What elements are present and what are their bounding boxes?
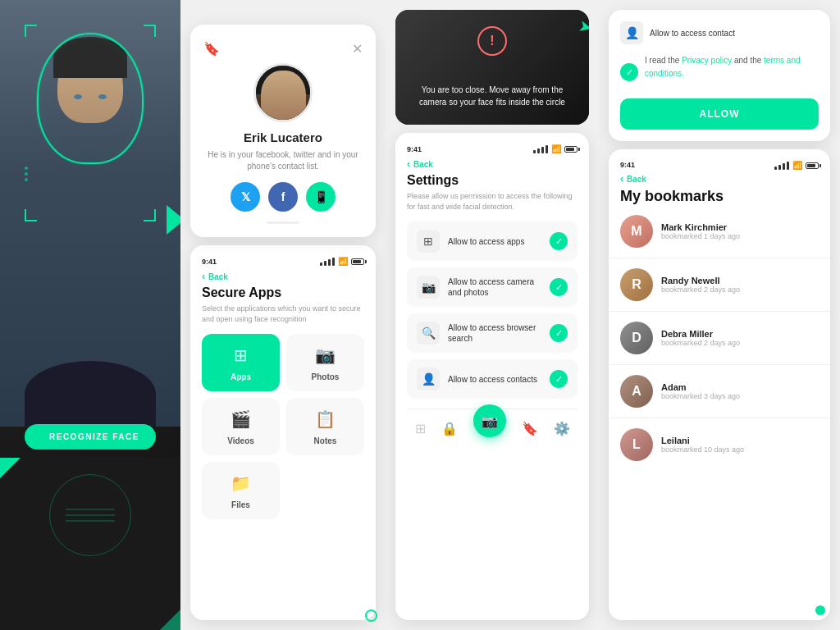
warning-icon: ! xyxy=(477,26,507,56)
nav-camera-active[interactable]: 📷 xyxy=(473,404,506,437)
bookmark-time-3: bookmarked 2 days ago xyxy=(661,339,819,347)
settings-panel: ! You are too close. Move away from the … xyxy=(386,0,599,630)
browser-permission-icon: 🔍 xyxy=(417,322,440,345)
contacts-permission-icon: 👤 xyxy=(417,368,440,390)
bookmark-name-3: Debra Miller xyxy=(661,329,819,339)
bookmarks-list: M Mark Kirchmier bookmarked 1 days ago R… xyxy=(620,215,819,461)
files-label: Files xyxy=(231,500,250,509)
bookmark-icon[interactable]: 🔖 xyxy=(203,41,220,57)
bookmark-name-4: Adam xyxy=(661,382,819,392)
bookmark-name-1: Mark Kirchmier xyxy=(661,222,819,232)
bookmarks-time: 9:41 xyxy=(620,161,635,170)
app-item-apps[interactable]: ⊞ Apps xyxy=(202,334,280,391)
profile-card: 🔖 ✕ Erik Lucatero He is in your facebook… xyxy=(190,25,376,237)
nav-settings[interactable]: ⚙️ xyxy=(554,421,570,436)
permissions-list: ⊞ Allow to access apps ✓ 📷 Allow to acce… xyxy=(407,221,578,399)
app-item-videos[interactable]: 🎬 Videos xyxy=(202,398,280,455)
scroll-indicator xyxy=(267,221,299,224)
camera-warning-text: You are too close. Move away from the ca… xyxy=(395,84,589,108)
contacts-check-icon: ✓ xyxy=(550,370,568,388)
settings-time: 9:41 xyxy=(407,145,422,153)
bookmarks-title: My bookmarks xyxy=(620,188,819,205)
apps-check-icon: ✓ xyxy=(550,232,568,250)
close-icon[interactable]: ✕ xyxy=(352,41,363,57)
contacts-permission-label: Allow to access contacts xyxy=(448,374,541,385)
nav-bookmark[interactable]: 🔖 xyxy=(522,421,538,436)
avatar xyxy=(253,63,313,122)
bookmarks-back-icon: ‹ xyxy=(620,173,623,185)
privacy-check-icon: ✓ xyxy=(620,63,638,81)
permission-contacts[interactable]: 👤 Allow to access contacts ✓ xyxy=(407,359,578,399)
bookmark-avatar-2: R xyxy=(620,268,653,301)
allow-card: 👤 Allow to access contact ✓ I read the P… xyxy=(609,10,830,141)
bookmarks-panel: 👤 Allow to access contact ✓ I read the P… xyxy=(599,0,840,630)
bookmark-avatar-5: L xyxy=(620,428,653,461)
facebook-button[interactable]: f xyxy=(268,182,298,212)
apps-permission-icon: ⊞ xyxy=(417,230,440,253)
nav-lock[interactable]: 🔒 xyxy=(441,421,458,436)
app-item-files[interactable]: 📁 Files xyxy=(202,462,280,519)
status-time: 9:41 xyxy=(202,258,217,266)
notes-label: Notes xyxy=(314,436,337,445)
bookmarks-back-button[interactable]: ‹ Back xyxy=(620,173,819,185)
apps-label: Apps xyxy=(231,372,251,381)
apps-grid-icon: ⊞ xyxy=(210,345,272,365)
secure-apps-subtitle: Select the applications which you want t… xyxy=(202,304,364,324)
browser-permission-label: Allow to access browser search xyxy=(448,322,541,344)
recognize-face-button[interactable]: RECOGNIZE FACE xyxy=(25,424,156,450)
allow-contact-label: Allow to access contact xyxy=(650,29,819,38)
bookmark-name-2: Randy Newell xyxy=(661,276,819,285)
photos-label: Photos xyxy=(312,372,340,381)
green-dot-decoration xyxy=(365,609,377,622)
settings-title: Settings xyxy=(407,173,578,188)
permission-camera[interactable]: 📷 Allow to access camera and photos ✓ xyxy=(407,267,578,307)
decoration-triangle xyxy=(167,205,180,235)
bookmark-item-4[interactable]: A Adam bookmarked 3 days ago xyxy=(620,375,819,408)
phone-button[interactable]: 📱 xyxy=(306,182,336,212)
permission-browser[interactable]: 🔍 Allow to access browser search ✓ xyxy=(407,313,578,353)
privacy-policy-link[interactable]: Privacy policy xyxy=(682,56,732,65)
app-item-photos[interactable]: 📷 Photos xyxy=(286,334,364,391)
apps-permission-label: Allow to access apps xyxy=(448,236,541,247)
cards-panel: 🔖 ✕ Erik Lucatero He is in your facebook… xyxy=(180,0,386,630)
camera-check-icon: ✓ xyxy=(550,278,568,296)
back-button[interactable]: ‹ Back xyxy=(202,271,364,282)
social-links: 𝕏 f 📱 xyxy=(203,182,363,212)
bookmark-time-1: bookmarked 1 days ago xyxy=(661,232,819,240)
bookmark-item-1[interactable]: M Mark Kirchmier bookmarked 1 days ago xyxy=(620,215,819,248)
bookmark-item-5[interactable]: L Leilani bookmarked 10 days ago xyxy=(620,428,819,461)
back-arrow-icon: ‹ xyxy=(202,271,205,282)
face-recognition-panel: RECOGNIZE FACE xyxy=(0,0,180,630)
profile-name: Erik Lucatero xyxy=(203,130,363,144)
files-icon: 📁 xyxy=(210,473,272,493)
settings-back-arrow-icon: ‹ xyxy=(407,158,410,170)
camera-permission-icon: 📷 xyxy=(417,276,440,299)
videos-icon: 🎬 xyxy=(210,409,272,429)
bookmark-name-5: Leilani xyxy=(661,436,819,445)
settings-subtitle: Please allow us permission to access the… xyxy=(407,191,578,212)
camera-card: ! You are too close. Move away from the … xyxy=(395,10,589,125)
bookmark-avatar-4: A xyxy=(620,375,653,408)
secure-apps-title: Secure Apps xyxy=(202,285,364,300)
bookmark-time-2: bookmarked 2 days ago xyxy=(661,285,819,294)
twitter-button[interactable]: 𝕏 xyxy=(231,182,260,212)
triangle-top-left xyxy=(0,458,21,478)
permission-apps[interactable]: ⊞ Allow to access apps ✓ xyxy=(407,221,578,261)
settings-back-button[interactable]: ‹ Back xyxy=(407,158,578,170)
browser-check-icon: ✓ xyxy=(550,324,568,342)
app-item-notes[interactable]: 📋 Notes xyxy=(286,398,364,455)
notes-icon: 📋 xyxy=(294,409,356,429)
bookmark-time-5: bookmarked 10 days ago xyxy=(661,445,819,454)
secure-apps-card: 9:41 📶 ‹ Back Secure Apps Select the app… xyxy=(190,245,376,620)
allow-button[interactable]: ALLOW xyxy=(620,98,819,130)
green-dot-bottom xyxy=(815,605,825,615)
bookmark-item-2[interactable]: R Randy Newell bookmarked 2 days ago xyxy=(620,268,819,301)
settings-card: 9:41 📶 ‹ Back Settings Please allow us p… xyxy=(395,133,589,620)
bookmark-avatar-3: D xyxy=(620,322,653,354)
privacy-text: I read the Privacy policy and the terms … xyxy=(645,54,819,80)
videos-label: Videos xyxy=(227,436,254,445)
apps-grid: ⊞ Apps 📷 Photos 🎬 Videos 📋 Notes 📁 Files xyxy=(202,334,364,519)
nav-apps[interactable]: ⊞ xyxy=(415,421,426,436)
photos-icon: 📷 xyxy=(294,345,356,365)
bookmark-item-3[interactable]: D Debra Miller bookmarked 2 days ago xyxy=(620,322,819,354)
